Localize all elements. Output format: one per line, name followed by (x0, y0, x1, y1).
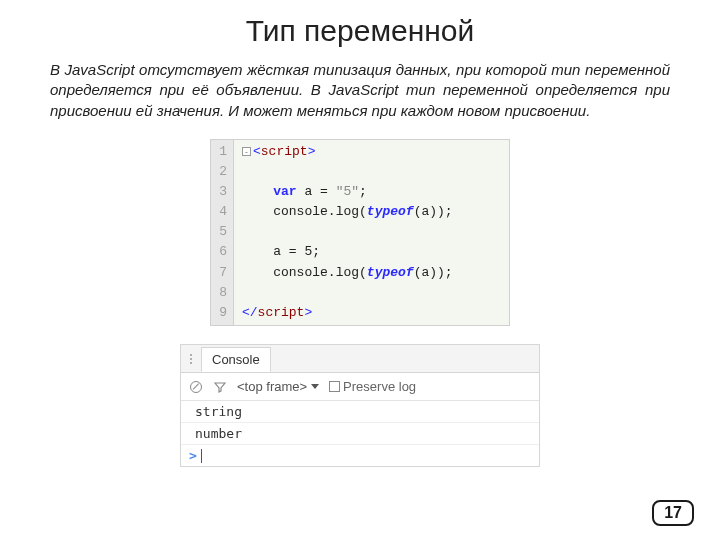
preserve-log-label: Preserve log (343, 379, 416, 394)
slide-title: Тип переменной (0, 0, 720, 48)
code-token: console.log( (273, 204, 367, 219)
line-number: 5 (215, 222, 227, 242)
code-line (242, 222, 501, 242)
code-line: console.log(typeof(a)); (242, 263, 501, 283)
line-number: 7 (215, 263, 227, 283)
code-line (242, 162, 501, 182)
frame-label: <top frame> (237, 379, 307, 394)
code-line: -<script> (242, 142, 501, 162)
text-fragment: JavaScript (65, 61, 135, 78)
devtools-console: Console <top frame> Preserve log string … (180, 344, 540, 467)
code-token (242, 204, 273, 219)
page-number-badge: 17 (652, 500, 694, 526)
code-token: ; (359, 184, 367, 199)
line-number-gutter: 1 2 3 4 5 6 7 8 9 (211, 140, 234, 325)
prompt-chevron-icon: > (189, 448, 197, 463)
code-token: typeof (367, 265, 414, 280)
code-token (242, 244, 273, 259)
code-token: (a)); (414, 265, 453, 280)
code-line: console.log(typeof(a)); (242, 202, 501, 222)
code-token: > (304, 305, 312, 320)
line-number: 3 (215, 182, 227, 202)
line-number: 6 (215, 242, 227, 262)
code-token: a = (297, 184, 336, 199)
code-editor: 1 2 3 4 5 6 7 8 9 -<script> var a = "5";… (210, 139, 510, 326)
clear-console-icon[interactable] (189, 380, 203, 394)
code-area: -<script> var a = "5"; console.log(typeo… (234, 140, 509, 325)
code-token: </ (242, 305, 258, 320)
code-token: var (273, 184, 296, 199)
line-number: 2 (215, 162, 227, 182)
line-number: 8 (215, 283, 227, 303)
drag-handle-icon[interactable] (181, 354, 201, 364)
code-line: a = 5; (242, 242, 501, 262)
code-token: "5" (336, 184, 359, 199)
code-token: script (261, 144, 308, 159)
code-token (242, 265, 273, 280)
body-paragraph: В JavaScript отсутствует жёсткая типизац… (0, 48, 720, 121)
code-line (242, 283, 501, 303)
filter-icon[interactable] (213, 380, 227, 394)
code-token: script (258, 305, 305, 320)
line-number: 4 (215, 202, 227, 222)
code-token: console.log( (273, 265, 367, 280)
code-token: a = 5; (273, 244, 320, 259)
console-toolbar: <top frame> Preserve log (181, 373, 539, 401)
text-fragment: В (50, 61, 65, 78)
console-row: number (181, 423, 539, 445)
code-token (242, 184, 273, 199)
console-tabbar: Console (181, 345, 539, 373)
fold-icon[interactable]: - (242, 147, 251, 156)
console-prompt[interactable]: > (181, 445, 539, 466)
line-number: 1 (215, 142, 227, 162)
console-row: string (181, 401, 539, 423)
code-token: (a)); (414, 204, 453, 219)
tab-console[interactable]: Console (201, 347, 271, 372)
code-token: > (308, 144, 316, 159)
console-output: string number > (181, 401, 539, 466)
preserve-log-toggle[interactable]: Preserve log (329, 379, 416, 394)
text-cursor (201, 449, 202, 463)
line-number: 9 (215, 303, 227, 323)
text-fragment: JavaScript (328, 81, 398, 98)
frame-selector[interactable]: <top frame> (237, 379, 319, 394)
checkbox-icon (329, 381, 340, 392)
code-token: typeof (367, 204, 414, 219)
code-line: var a = "5"; (242, 182, 501, 202)
code-token: < (253, 144, 261, 159)
code-line: </script> (242, 303, 501, 323)
chevron-down-icon (311, 384, 319, 389)
